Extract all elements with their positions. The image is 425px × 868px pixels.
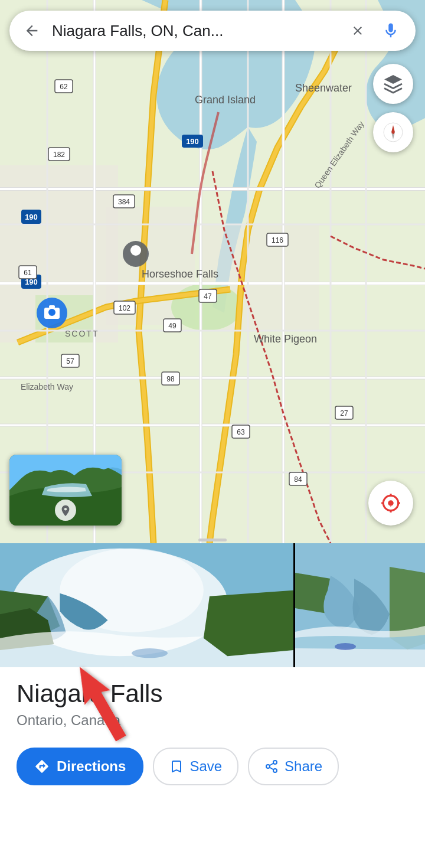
place-name: Niagara Falls <box>17 679 408 709</box>
share-button-label: Share <box>285 758 322 775</box>
back-button[interactable] <box>21 20 42 41</box>
map-view[interactable]: Grand Island Sheenwater Horseshoe Falls … <box>0 0 425 543</box>
directions-button-label: Directions <box>57 758 126 775</box>
svg-text:Sheenwater: Sheenwater <box>295 82 352 94</box>
svg-rect-71 <box>49 305 55 308</box>
svg-line-96 <box>270 763 274 766</box>
svg-point-93 <box>266 765 270 768</box>
svg-text:61: 61 <box>24 269 32 277</box>
place-subtitle: Ontario, Canada <box>17 712 408 729</box>
svg-text:49: 49 <box>168 322 176 330</box>
streetview-icon <box>55 500 76 521</box>
directions-button[interactable]: Directions <box>17 748 143 785</box>
svg-point-70 <box>48 309 55 316</box>
save-button-label: Save <box>189 758 222 775</box>
streetview-thumbnail[interactable] <box>9 455 122 526</box>
clear-search-button[interactable] <box>347 20 368 41</box>
svg-text:47: 47 <box>204 292 212 301</box>
search-bar: Niagara Falls, ON, Can... <box>9 11 416 51</box>
action-buttons-row: Directions Save Share <box>17 748 408 785</box>
search-query-text: Niagara Falls, ON, Can... <box>52 22 338 40</box>
svg-point-94 <box>273 769 277 772</box>
svg-text:63: 63 <box>237 428 245 436</box>
drag-handle <box>198 539 227 541</box>
compass-button[interactable] <box>373 112 413 152</box>
svg-text:Grand Island: Grand Island <box>195 94 256 106</box>
svg-point-92 <box>273 761 277 764</box>
svg-text:84: 84 <box>294 475 302 484</box>
map-layers-button[interactable] <box>373 64 413 104</box>
svg-text:98: 98 <box>166 375 175 383</box>
svg-text:102: 102 <box>119 304 130 312</box>
my-location-button[interactable]: ? <box>368 481 413 526</box>
svg-text:57: 57 <box>66 357 74 366</box>
photos-section[interactable] <box>0 543 425 667</box>
svg-point-90 <box>335 643 356 650</box>
svg-text:?: ? <box>389 501 393 508</box>
svg-text:62: 62 <box>60 83 68 91</box>
side-photo[interactable] <box>295 543 425 667</box>
share-button[interactable]: Share <box>248 748 339 785</box>
svg-text:White Pigeon: White Pigeon <box>254 333 317 345</box>
svg-text:190: 190 <box>186 137 199 146</box>
save-button[interactable]: Save <box>153 748 238 785</box>
svg-text:Elizabeth Way: Elizabeth Way <box>21 382 73 391</box>
place-info-sheet: Niagara Falls Ontario, Canada Directions… <box>0 667 425 868</box>
svg-line-95 <box>270 768 274 770</box>
main-photo[interactable] <box>0 543 293 667</box>
svg-text:182: 182 <box>53 151 65 159</box>
svg-text:384: 384 <box>118 198 130 206</box>
svg-text:Horseshoe Falls: Horseshoe Falls <box>142 268 218 280</box>
svg-text:116: 116 <box>272 236 283 244</box>
voice-search-button[interactable] <box>378 18 404 44</box>
svg-text:27: 27 <box>340 409 348 417</box>
svg-text:190: 190 <box>25 213 38 221</box>
svg-text:SCOTT: SCOTT <box>65 329 99 338</box>
svg-point-88 <box>132 648 168 658</box>
